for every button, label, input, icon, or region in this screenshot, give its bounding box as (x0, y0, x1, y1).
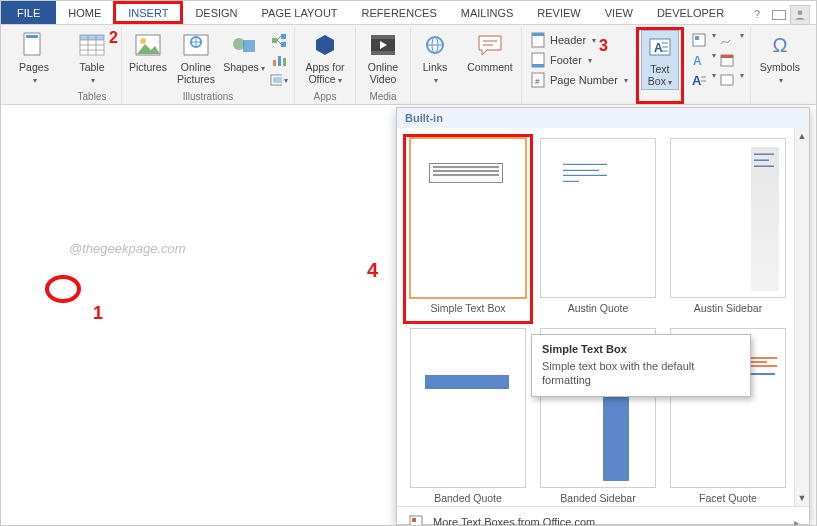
svg-line-22 (277, 36, 281, 40)
header-icon (530, 32, 546, 48)
tab-references[interactable]: REFERENCES (350, 1, 449, 24)
chevron-down-icon: ▾ (33, 76, 37, 85)
svg-marker-29 (316, 35, 334, 55)
symbols-button[interactable]: Ω Symbols▾ (757, 29, 803, 87)
pictures-button[interactable]: Pictures (128, 29, 168, 75)
annotation-2: 2 (109, 29, 118, 47)
dropdown-header: Built-in (397, 108, 809, 128)
tab-pagelayout[interactable]: PAGE LAYOUT (250, 1, 350, 24)
textbox-icon: A (646, 33, 674, 61)
chart-button[interactable] (270, 51, 288, 69)
more-textboxes-label: More Text Boxes from Office.com (433, 516, 595, 526)
footer-button[interactable]: Footer▾ (528, 51, 630, 69)
links-button[interactable]: Links▾ (417, 29, 453, 87)
svg-rect-24 (273, 60, 276, 66)
date-time-button[interactable] (718, 51, 736, 69)
shapes-label: Shapes (223, 61, 259, 73)
screenshot-button[interactable]: ▾ (270, 71, 288, 89)
header-button[interactable]: Header▾ (528, 31, 630, 49)
chevron-down-icon: ▾ (338, 76, 342, 85)
tab-view[interactable]: VIEW (593, 1, 645, 24)
group-media-label: Media (369, 91, 396, 104)
scroll-up-icon[interactable]: ▲ (795, 128, 809, 144)
signature-button[interactable] (718, 31, 736, 49)
textbox-dropdown: Built-in Simple Text Box ▬▬▬▬▬▬▬▬▬▬▬▬▬▬▬… (396, 107, 810, 525)
online-pictures-button[interactable]: Online Pictures (174, 29, 218, 87)
gallery-caption: Austin Quote (568, 302, 629, 314)
comment-button[interactable]: Comment (465, 29, 515, 75)
shapes-button[interactable]: Shapes▾ (224, 29, 264, 75)
gallery-item-simple[interactable]: Simple Text Box (403, 134, 533, 324)
wordart-button[interactable]: A (690, 51, 708, 69)
pages-button[interactable]: Pages▾ (11, 29, 57, 87)
shapes-icon (230, 31, 258, 59)
tab-review[interactable]: REVIEW (525, 1, 592, 24)
group-illustrations-label: Illustrations (183, 91, 234, 104)
group-links-label (434, 91, 437, 104)
ribbon-display-icon[interactable] (772, 10, 786, 20)
group-apps: Apps for Office▾ Apps (295, 27, 356, 104)
tab-home[interactable]: HOME (56, 1, 113, 24)
tab-pagelayout-label: PAGE LAYOUT (262, 7, 338, 19)
gallery-item-austin-quote[interactable]: ▬▬▬▬▬▬▬▬▬▬▬▬▬▬▬▬▬▬▬▬▬▬▬▬▬▬▬▬▬▬▬▬▬▬▬ Aust… (533, 134, 663, 324)
tab-file[interactable]: FILE (1, 1, 56, 24)
document-area: @thegeekpage.com 1 Built-in Simple Text … (1, 107, 816, 525)
object-button[interactable] (718, 71, 736, 89)
tab-file-label: FILE (17, 7, 40, 19)
tab-developer[interactable]: DEVELOPER (645, 1, 736, 24)
textbox-gallery: Simple Text Box ▬▬▬▬▬▬▬▬▬▬▬▬▬▬▬▬▬▬▬▬▬▬▬▬… (397, 128, 809, 506)
scroll-down-icon[interactable]: ▼ (795, 490, 809, 506)
tab-insert[interactable]: INSERT (113, 1, 183, 24)
dropcap-button[interactable]: A (690, 71, 708, 89)
online-video-label: Online Video (364, 61, 402, 85)
gallery-scrollbar[interactable]: ▲ ▼ (794, 128, 809, 506)
group-comments-label (489, 91, 492, 104)
svg-rect-9 (80, 35, 104, 40)
avatar[interactable] (790, 5, 810, 25)
svg-rect-54 (721, 55, 733, 58)
more-textboxes-button[interactable]: More Text Boxes from Office.com ▸ (397, 507, 809, 526)
tab-mailings[interactable]: MAILINGS (449, 1, 526, 24)
svg-rect-2 (26, 35, 38, 38)
quick-parts-button[interactable] (690, 31, 708, 49)
gallery-item-banded-quote[interactable]: Banded Quote (403, 324, 533, 506)
textbox-button[interactable]: A Text Box▾ (641, 30, 679, 90)
tab-developer-label: DEVELOPER (657, 7, 724, 19)
comment-icon (476, 31, 504, 59)
gallery-item-austin-sidebar[interactable]: ▬▬▬▬▬▬▬▬▬▬▬ Austin Sidebar (663, 134, 793, 324)
chevron-down-icon: ▾ (779, 76, 783, 85)
online-pictures-icon (182, 31, 210, 59)
smartart-button[interactable] (270, 31, 288, 49)
group-textbox: A Text Box▾ (636, 27, 684, 104)
office-icon (407, 513, 425, 526)
omega-icon: Ω (766, 31, 794, 59)
annotation-4: 4 (367, 259, 378, 282)
table-label: Table (79, 61, 104, 73)
group-headerfooter: Header▾ Footer▾ #Page Number▾ (522, 27, 636, 104)
chevron-down-icon: ▾ (592, 36, 596, 45)
svg-rect-31 (371, 35, 395, 39)
tooltip-body: Simple text box with the default formatt… (542, 359, 740, 388)
tab-insert-label: INSERT (128, 7, 168, 19)
page-number-button[interactable]: #Page Number▾ (528, 71, 630, 89)
svg-rect-20 (281, 34, 286, 39)
svg-point-11 (140, 38, 146, 44)
pictures-icon (134, 31, 162, 59)
group-links: Links▾ (411, 27, 459, 104)
svg-text:A: A (654, 41, 663, 55)
ribbon-tabs: FILE HOME INSERT DESIGN PAGE LAYOUT REFE… (1, 1, 816, 25)
group-pages: Pages▾ (5, 27, 63, 104)
apps-for-office-button[interactable]: Apps for Office▾ (301, 29, 349, 87)
svg-text:#: # (535, 77, 540, 86)
chevron-down-icon: ▾ (740, 31, 744, 49)
svg-rect-40 (532, 33, 544, 36)
svg-point-0 (798, 10, 803, 15)
svg-rect-32 (371, 51, 395, 55)
chevron-down-icon: ▾ (588, 56, 592, 65)
online-video-button[interactable]: Online Video (362, 29, 404, 87)
chevron-down-icon: ▾ (261, 64, 265, 73)
help-icon[interactable]: ? (754, 8, 768, 22)
tab-design[interactable]: DESIGN (183, 1, 249, 24)
gallery-caption: Austin Sidebar (694, 302, 762, 314)
watermark: @thegeekpage.com (69, 241, 186, 256)
